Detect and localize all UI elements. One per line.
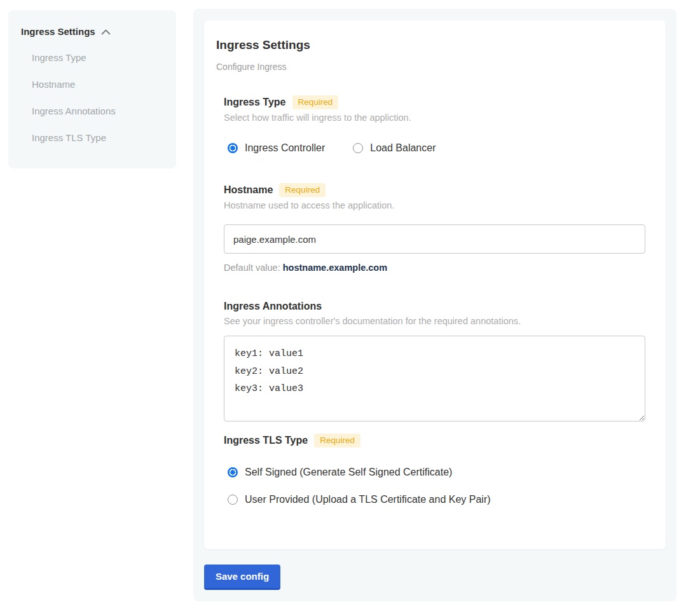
radio-ingress-controller-label: Ingress Controller [245, 142, 325, 154]
sidebar-group-title: Ingress Settings [21, 26, 95, 37]
sidebar-item-list: Ingress Type Hostname Ingress Annotation… [21, 52, 163, 144]
radio-selected-icon[interactable] [228, 467, 238, 477]
section-ingress-annotations: Ingress Annotations See your ingress con… [224, 300, 645, 421]
config-group-card: Ingress Settings Configure Ingress Ingre… [204, 20, 666, 549]
sidebar-item-ingress-tls-type[interactable]: Ingress TLS Type [32, 132, 163, 144]
radio-unselected-icon[interactable] [228, 495, 238, 505]
radio-self-signed-label: Self Signed (Generate Self Signed Certif… [245, 467, 452, 478]
radio-self-signed[interactable]: Self Signed (Generate Self Signed Certif… [228, 467, 645, 478]
ingress-annotations-help: See your ingress controller's documentat… [224, 316, 645, 326]
save-config-button[interactable]: Save config [204, 565, 280, 590]
sidebar-group-ingress-settings[interactable]: Ingress Settings [21, 26, 163, 37]
radio-user-provided[interactable]: User Provided (Upload a TLS Certificate … [228, 494, 645, 505]
hostname-label: Hostname [224, 184, 273, 196]
default-value-text: hostname.example.com [283, 263, 387, 273]
section-hostname: Hostname Required Hostname used to acces… [224, 183, 645, 273]
ingress-type-help: Select how traffic will ingress to the a… [224, 113, 645, 123]
config-main-panel: Ingress Settings Configure Ingress Ingre… [193, 9, 676, 601]
radio-load-balancer[interactable]: Load Balancer [353, 142, 436, 154]
required-badge: Required [314, 434, 360, 448]
page-title: Ingress Settings [216, 38, 645, 52]
hostname-help: Hostname used to access the application. [224, 200, 645, 210]
radio-selected-icon[interactable] [228, 143, 238, 153]
sidebar-item-ingress-type[interactable]: Ingress Type [32, 52, 163, 64]
ingress-annotations-textarea[interactable]: key1: value1 key2: value2 key3: value3 [224, 336, 645, 421]
ingress-type-radio-group: Ingress Controller Load Balancer [228, 142, 645, 154]
required-badge: Required [292, 95, 339, 109]
hostname-input[interactable] [224, 224, 645, 254]
radio-ingress-controller[interactable]: Ingress Controller [228, 142, 325, 154]
page-subtitle: Configure Ingress [216, 62, 645, 72]
radio-unselected-icon[interactable] [353, 143, 363, 153]
chevron-up-icon [101, 29, 111, 35]
sidebar-item-hostname[interactable]: Hostname [32, 79, 163, 90]
section-ingress-tls-type: Ingress TLS Type Required Self Signed (G… [224, 434, 645, 505]
ingress-tls-type-radio-group: Self Signed (Generate Self Signed Certif… [228, 467, 645, 505]
radio-user-provided-label: User Provided (Upload a TLS Certificate … [245, 494, 491, 505]
ingress-tls-type-label: Ingress TLS Type [224, 434, 308, 447]
config-nav-sidebar: Ingress Settings Ingress Type Hostname I… [8, 10, 176, 168]
radio-load-balancer-label: Load Balancer [370, 142, 436, 154]
sidebar-item-ingress-annotations[interactable]: Ingress Annotations [32, 106, 163, 117]
ingress-annotations-label: Ingress Annotations [224, 300, 322, 313]
required-badge: Required [279, 183, 326, 197]
section-ingress-type: Ingress Type Required Select how traffic… [224, 95, 645, 154]
ingress-type-label: Ingress Type [224, 96, 286, 109]
hostname-default-value-line: Default value: hostname.example.com [224, 263, 645, 273]
default-value-prefix: Default value: [224, 263, 283, 273]
